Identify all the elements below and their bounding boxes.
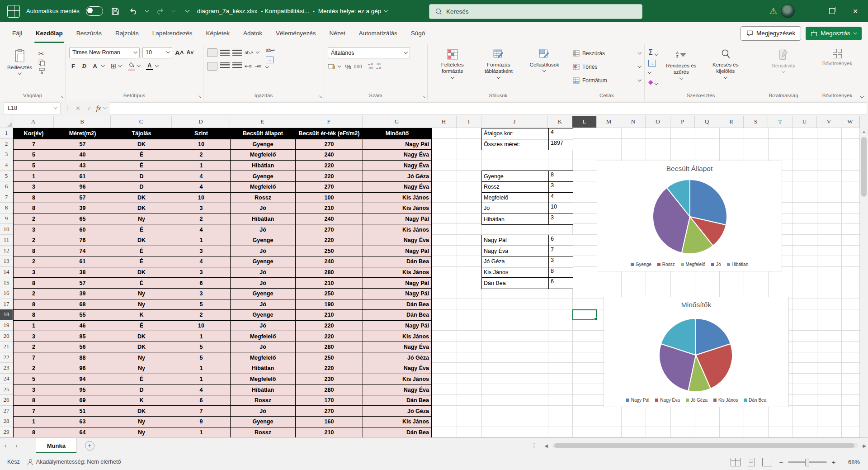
row-header-28[interactable]: 28 [0,416,13,427]
autosum-button[interactable]: Σ [648,48,658,57]
row-header-10[interactable]: 10 [0,224,13,235]
ribbon-tab-véleményezés[interactable]: Véleményezés [270,22,322,44]
cell-r12c0[interactable]: 8 [14,246,54,257]
quick-access-overflow-icon[interactable] [185,8,189,13]
cell-r18c4[interactable]: Gyenge [231,310,296,321]
side-cell[interactable]: 1897 [548,139,573,150]
share-button[interactable]: Megosztás [806,27,862,40]
cell-r6c6[interactable]: Nagy Éva [363,182,432,193]
cell-r21c2[interactable]: DK [111,342,172,353]
search-input[interactable]: Keresés [429,4,642,19]
cell-r7c1[interactable]: 57 [54,193,111,204]
cell-styles-button[interactable]: Cellastílusok [524,47,565,73]
cell-r10c5[interactable]: 270 [296,224,363,235]
side-cell[interactable]: Nagy Éva [482,246,548,257]
row-header-21[interactable]: 21 [0,342,13,352]
cell-r24c1[interactable]: 94 [54,374,111,385]
cell-r6c2[interactable]: D [111,182,172,193]
ribbon-tab-automatizálás[interactable]: Automatizálás [353,22,403,44]
row-header-22[interactable]: 22 [0,352,13,363]
col-header-G[interactable]: G [363,116,431,128]
cell-r3c1[interactable]: 40 [54,150,111,161]
cell-r8c0[interactable]: 8 [14,203,54,214]
clear-button[interactable]: ◆ [648,78,658,86]
cell-r20c2[interactable]: DK [111,331,172,342]
cell-r16c0[interactable]: 2 [14,289,54,299]
cell-r10c0[interactable]: 3 [14,224,54,235]
row-header-18[interactable]: 18 [0,309,13,320]
table-header-2[interactable]: Tájolás [111,128,172,139]
save-location-dropdown-icon[interactable] [384,9,388,12]
cell-r25c5[interactable]: 280 [296,385,363,395]
cell-r25c3[interactable]: 4 [172,385,231,395]
accounting-dropdown-icon[interactable] [338,64,341,67]
cell-r15c1[interactable]: 57 [54,278,111,289]
cell-r25c2[interactable]: D [111,385,172,395]
cell-r15c4[interactable]: Jó [231,278,296,289]
cell-r24c3[interactable]: 1 [172,374,231,385]
fill-color-button[interactable] [128,61,135,71]
accounting-format-icon[interactable] [328,63,335,70]
cell-r18c5[interactable]: 210 [296,310,363,321]
cell-r21c1[interactable]: 56 [54,342,111,353]
side-cell[interactable]: 3 [548,256,573,267]
increase-decimal-icon[interactable]: ←0.00 [368,62,373,70]
side-cell[interactable]: 7 [548,246,573,257]
cell-r17c6[interactable]: Dán Bea [363,299,432,310]
cell-r29c3[interactable]: 1 [172,427,231,437]
cell-r29c0[interactable]: 8 [14,427,54,437]
cell-r20c5[interactable]: 220 [296,331,363,342]
normal-view-button[interactable] [731,458,741,466]
cell-r22c0[interactable]: 7 [14,352,54,363]
side-cell[interactable]: Kis János [482,267,548,278]
cell-r20c1[interactable]: 85 [54,331,111,342]
close-button[interactable]: ✕ [845,0,865,22]
cell-r22c3[interactable]: 5 [172,352,231,363]
col-header-R[interactable]: R [719,116,744,128]
number-dialog-launcher[interactable]: ↘ [422,94,426,99]
cell-r14c3[interactable]: 3 [172,267,231,278]
cell-r9c0[interactable]: 2 [14,214,54,225]
borders-icon[interactable]: ⊞ [111,62,117,70]
side-cell[interactable]: Megfelelő [482,193,548,204]
col-header-E[interactable]: E [230,116,295,128]
cell-r18c6[interactable]: Dán Bea [363,310,432,321]
cell-r4c2[interactable]: É [111,161,172,171]
cell-r19c0[interactable]: 1 [14,321,54,332]
cell-r11c4[interactable]: Gyenge [231,235,296,246]
side-cell[interactable]: Dán Bea [482,278,548,289]
col-header-L[interactable]: L [572,116,597,128]
cell-r23c6[interactable]: Nagy Éva [363,363,432,374]
row-header-16[interactable]: 16 [0,288,13,299]
merge-center-button[interactable]: ↔ [266,57,275,63]
cell-r11c6[interactable]: Nagy Éva [363,235,432,246]
side-cell[interactable]: 3 [548,182,573,193]
cancel-icon[interactable]: ✕ [74,105,82,112]
cell-r25c1[interactable]: 95 [54,385,111,395]
format-as-table-button[interactable]: Formázás táblázatként [476,47,521,80]
cell-r27c4[interactable]: Jó [231,406,296,417]
cell-r12c2[interactable]: É [111,246,172,257]
ribbon-tab-fájl[interactable]: Fájl [6,22,28,44]
row-header-7[interactable]: 7 [0,192,13,203]
cell-r3c3[interactable]: 2 [172,150,231,161]
orientation-icon[interactable]: ab↗ [245,50,254,55]
cell-r11c0[interactable]: 2 [14,235,54,246]
insert-cells-button[interactable]: Beszúrás [573,48,641,59]
cell-r17c5[interactable]: 190 [296,299,363,310]
number-format-combo[interactable]: Általános [328,47,410,58]
row-header-8[interactable]: 8 [0,203,13,214]
cell-r20c6[interactable]: Kis János [363,331,432,342]
undo-button[interactable] [127,5,139,17]
cell-r22c5[interactable]: 250 [296,352,363,363]
cell-r15c2[interactable]: É [111,278,172,289]
cell-r26c1[interactable]: 69 [54,395,111,406]
chart-2[interactable]: MinősítőkNagy PálNagy ÉvaJó GézaKis Jáno… [604,297,789,407]
cell-r26c2[interactable]: K [111,395,172,406]
zoom-slider-thumb[interactable] [805,459,809,466]
cell-r28c1[interactable]: 63 [54,417,111,427]
cell-r25c0[interactable]: 3 [14,385,54,395]
cell-r8c6[interactable]: Kis János [363,203,432,214]
cell-r13c1[interactable]: 61 [54,256,111,267]
cell-r22c6[interactable]: Jó Géza [363,352,432,363]
